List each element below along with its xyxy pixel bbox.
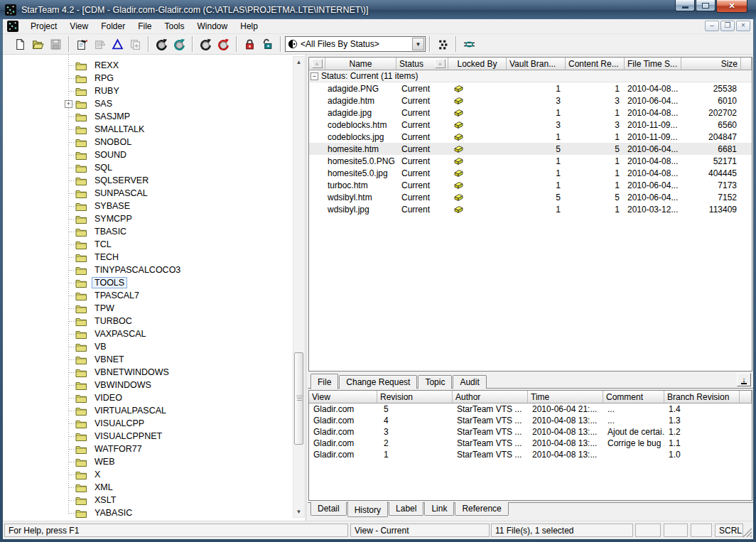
column-header-comment[interactable]: Comment [603, 391, 664, 403]
combo-dropdown-arrow[interactable]: ▼ [412, 38, 424, 50]
tab-link[interactable]: Link [424, 502, 454, 516]
tab-reference[interactable]: Reference [455, 502, 508, 516]
sort-ascending-icon[interactable]: ▲ [435, 59, 446, 68]
scrollbar-thumb[interactable] [294, 352, 303, 445]
titlebar[interactable]: StarTeam 4.2 - [CDM - Gladir.com-Gladir.… [0, 0, 756, 19]
tree-item[interactable]: +SAS [3, 97, 291, 110]
tree-item[interactable]: RPG [3, 72, 291, 85]
column-header-content-revision[interactable]: Content Re... [566, 58, 625, 70]
tree-item[interactable]: SUNPASCAL [3, 187, 291, 200]
history-row[interactable]: Gladir.com4StarTeam VTS ...2010-04-08 13… [309, 415, 752, 426]
minimize-button[interactable] [675, 0, 695, 11]
tree-item[interactable]: SYMCPP [3, 212, 291, 225]
file-row[interactable]: adagide.PNGCurrent112010-04-08...25538 [309, 82, 752, 94]
history-row[interactable]: Gladir.com2StarTeam VTS ...2010-04-08 13… [309, 438, 752, 449]
tree-item[interactable]: TBASIC [3, 225, 291, 238]
close-button[interactable]: ✕ [716, 0, 747, 13]
column-header-size[interactable]: Size [681, 58, 741, 70]
tree-item[interactable]: TPW [3, 302, 291, 315]
compare-button[interactable] [109, 36, 126, 53]
file-row[interactable]: homesite5.0.PNGCurrent112010-04-08...521… [309, 155, 752, 167]
refresh-button[interactable] [215, 36, 232, 53]
tree-item[interactable]: VB [3, 340, 291, 353]
tree-item[interactable]: RUBY [3, 85, 291, 97]
tree-item[interactable]: VBNET [3, 353, 291, 366]
file-row[interactable]: turboc.htmCurrent112010-06-04...7173 [309, 179, 752, 191]
tree-item[interactable]: SNOBOL [3, 136, 291, 148]
column-header-branch-revision[interactable]: Branch Revision [664, 391, 740, 403]
column-header-name[interactable]: Name [325, 58, 396, 70]
menu-item-tools[interactable]: Tools [158, 19, 191, 34]
new-document-button[interactable] [11, 36, 29, 53]
tree-item[interactable]: X [3, 468, 291, 481]
menu-item-view[interactable]: View [63, 19, 94, 34]
check-out-button[interactable] [153, 36, 171, 53]
tree-item[interactable]: SQLSERVER [3, 174, 291, 187]
tab-topic[interactable]: Topic [418, 375, 452, 389]
column-header-author[interactable]: Author [453, 391, 528, 403]
mdi-close-button[interactable]: × [736, 21, 750, 31]
unlock-button[interactable] [259, 36, 276, 53]
tree-item[interactable]: VIRTUALPASCAL [3, 404, 291, 417]
tree-item[interactable]: TOOLS [3, 276, 291, 289]
properties-button[interactable] [73, 36, 91, 53]
file-row[interactable]: codeblocks.htmCurrent332010-11-09...6560 [309, 119, 752, 131]
file-row[interactable]: homesite.htmCurrent552010-06-04...6681 [309, 143, 752, 155]
tree-item[interactable]: WEB [3, 455, 291, 468]
open-project-button[interactable] [29, 36, 47, 53]
tab-label[interactable]: Label [389, 502, 423, 516]
tab-history[interactable]: History [347, 502, 388, 517]
history-row[interactable]: Gladir.com3StarTeam VTS ...2010-04-08 13… [309, 426, 752, 438]
tree-item[interactable]: SYBASE [3, 200, 291, 212]
mdi-minimize-button[interactable]: – [705, 21, 719, 31]
expand-pane-button[interactable]: ↓ [737, 373, 751, 386]
file-row[interactable]: homesite5.0.jpgCurrent112010-04-08...404… [309, 167, 752, 179]
tree-item[interactable]: VIDEO [3, 391, 291, 404]
tree-item[interactable]: SMALLTALK [3, 123, 291, 136]
menu-item-folder[interactable]: Folder [94, 19, 131, 34]
link-view-button[interactable] [460, 36, 478, 53]
expand-icon[interactable]: + [65, 100, 72, 108]
column-header-time[interactable]: Time [528, 391, 603, 403]
menu-item-window[interactable]: Window [191, 19, 234, 34]
menu-item-file[interactable]: File [131, 19, 158, 34]
file-row[interactable]: wdsibyl.htmCurrent552010-06-04...7152 [309, 191, 752, 203]
modify-button[interactable] [91, 36, 109, 53]
tree-item[interactable]: VAXPASCAL [3, 327, 291, 340]
column-header-vault-branch[interactable]: Vault Bran... [507, 58, 566, 70]
tree-item[interactable]: VBNETWINDOWS [3, 366, 291, 379]
column-header-file-time[interactable]: File Time S... [625, 58, 681, 70]
tree-item[interactable]: TECH [3, 251, 291, 264]
column-header-locked-by[interactable]: Locked By [448, 58, 507, 70]
file-row[interactable]: codeblocks.jpgCurrent112010-11-09...2048… [309, 131, 752, 143]
file-row[interactable]: wdsibyl.jpgCurrent112010-03-12...113409 [309, 203, 752, 215]
copy-button[interactable] [126, 36, 144, 53]
menu-item-project[interactable]: Project [24, 19, 63, 34]
file-row[interactable]: adagide.jpgCurrent112010-04-08...202702 [309, 107, 752, 119]
tree-item[interactable]: VBWINDOWS [3, 379, 291, 391]
tab-change-request[interactable]: Change Request [339, 375, 417, 389]
tree-item[interactable]: YABASIC [3, 506, 291, 519]
tree-item[interactable]: REXX [3, 59, 291, 72]
tree-item[interactable]: VISUALCPP [3, 417, 291, 430]
column-header-revision[interactable]: Revision [377, 391, 453, 403]
tree-item[interactable]: XML [3, 481, 291, 494]
file-row[interactable]: adagide.htmCurrent332010-06-04...6010 [309, 94, 752, 107]
undo-check-out-button[interactable] [197, 36, 215, 53]
lock-button[interactable] [241, 36, 259, 53]
tree-item[interactable]: TPASCAL7 [3, 289, 291, 302]
tree-item[interactable]: SASJMP [3, 110, 291, 123]
tree-item[interactable]: VISUALCPPNET [3, 430, 291, 443]
save-button[interactable] [47, 36, 65, 53]
scroll-down-arrow[interactable]: ▼ [293, 506, 304, 517]
tree-item[interactable]: SOUND [3, 148, 291, 161]
details-view-button[interactable] [434, 36, 452, 53]
check-in-button[interactable] [171, 36, 188, 53]
mdi-restore-button[interactable]: ❐ [720, 21, 735, 31]
filter-combobox[interactable]: <All Files By Status> ▼ [285, 36, 426, 52]
resize-grip[interactable] [742, 528, 752, 538]
group-header-row[interactable]: − Status: Current (11 items) [309, 70, 752, 82]
sort-ascending-icon[interactable]: ▲ [312, 59, 323, 68]
scroll-up-arrow[interactable]: ▲ [293, 57, 304, 67]
tree-scrollbar[interactable]: ▲ ▼ [293, 56, 305, 518]
